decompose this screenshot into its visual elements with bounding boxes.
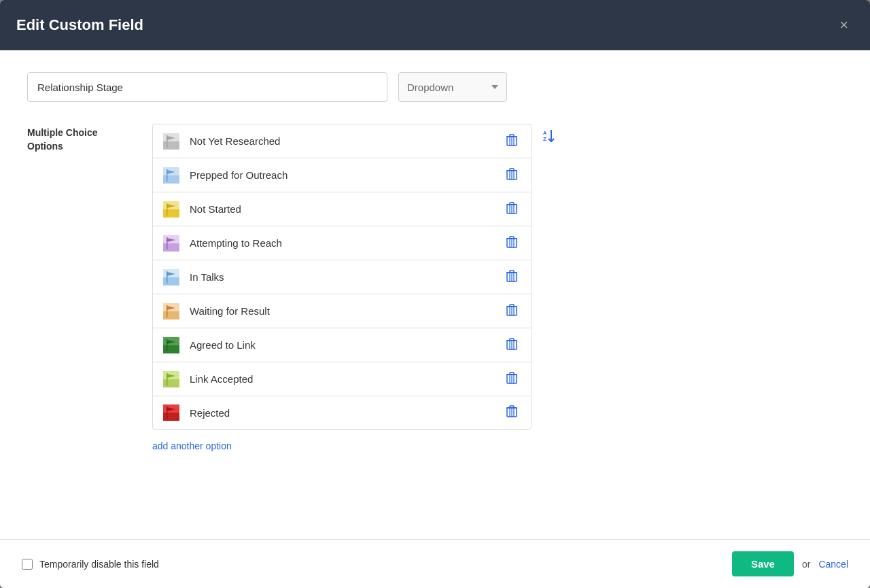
options-content: Not Yet Researched Prepped for Outreach [152, 124, 560, 452]
flag-icon [162, 370, 181, 389]
flag-icon [162, 234, 181, 253]
delete-option-button[interactable] [501, 199, 523, 220]
svg-text:A: A [543, 131, 546, 135]
flag-icon [162, 132, 181, 151]
flag-icon [162, 268, 181, 287]
field-type-select[interactable]: Dropdown [398, 72, 507, 102]
option-item: Rejected [152, 396, 532, 430]
option-icon [161, 165, 181, 186]
option-item: Waiting for Result [152, 294, 532, 328]
svg-rect-71 [167, 339, 168, 351]
trash-icon [506, 236, 517, 248]
flag-icon [162, 200, 181, 219]
options-label: Multiple Choice Options [27, 124, 136, 452]
svg-rect-93 [167, 407, 168, 419]
sort-az-button[interactable]: A Z [540, 125, 560, 145]
or-text: or [802, 559, 810, 570]
option-label: Rejected [190, 407, 501, 419]
add-option-link[interactable]: add another option [152, 440, 232, 451]
field-config-row: Dropdown [27, 72, 843, 102]
option-icon [161, 369, 181, 390]
option-label: Not Started [190, 203, 501, 215]
option-label: Link Accepted [190, 373, 501, 385]
sort-az-icon: A Z [542, 128, 557, 143]
option-icon [161, 199, 181, 220]
options-header: Not Yet Researched Prepped for Outreach [152, 124, 560, 430]
save-button[interactable]: Save [732, 551, 794, 576]
delete-option-button[interactable] [501, 301, 523, 322]
option-label: Attempting to Reach [190, 237, 501, 249]
svg-rect-60 [167, 305, 168, 317]
disable-field-checkbox[interactable] [22, 559, 33, 570]
field-name-input[interactable] [27, 72, 387, 102]
delete-option-button[interactable] [501, 402, 523, 423]
modal-title: Edit Custom Field [16, 16, 143, 34]
svg-rect-82 [167, 373, 168, 385]
modal-header: Edit Custom Field × [0, 0, 870, 50]
disable-field-row: Temporarily disable this field [22, 559, 159, 570]
delete-option-button[interactable] [501, 131, 523, 152]
option-item: Attempting to Reach [152, 226, 532, 260]
svg-rect-5 [167, 135, 168, 148]
option-label: Waiting for Result [190, 305, 501, 317]
trash-icon [506, 270, 517, 282]
trash-icon [506, 338, 517, 350]
cancel-link[interactable]: Cancel [818, 559, 848, 570]
option-icon [161, 402, 181, 423]
flag-icon [162, 336, 181, 355]
trash-icon [506, 405, 517, 417]
option-icon [161, 267, 181, 288]
close-button[interactable]: × [834, 15, 854, 35]
svg-text:Z: Z [543, 136, 546, 142]
delete-option-button[interactable] [501, 233, 523, 254]
option-item: Link Accepted [152, 362, 532, 396]
option-label: Not Yet Researched [190, 135, 501, 147]
delete-option-button[interactable] [501, 369, 523, 390]
trash-icon [506, 202, 517, 214]
flag-icon [162, 302, 181, 321]
options-list: Not Yet Researched Prepped for Outreach [152, 124, 532, 430]
delete-option-button[interactable] [501, 165, 523, 186]
trash-icon [506, 168, 517, 180]
svg-rect-27 [167, 203, 168, 215]
flag-icon [162, 166, 181, 185]
option-label: Prepped for Outreach [190, 169, 501, 181]
option-item: Agreed to Link [152, 328, 532, 362]
options-label-text: Multiple Choice Options [27, 127, 97, 152]
option-label: In Talks [190, 271, 501, 283]
delete-option-button[interactable] [501, 267, 523, 288]
svg-rect-49 [167, 271, 168, 283]
disable-field-label: Temporarily disable this field [39, 559, 159, 570]
delete-option-button[interactable] [501, 335, 523, 356]
option-label: Agreed to Link [190, 339, 501, 351]
trash-icon [506, 134, 517, 146]
trash-icon [506, 372, 517, 384]
svg-rect-38 [167, 237, 168, 249]
option-item: Not Started [152, 192, 532, 226]
option-item: Prepped for Outreach [152, 158, 532, 192]
option-item: In Talks [152, 260, 532, 294]
flag-icon [162, 403, 181, 422]
svg-rect-16 [167, 169, 168, 181]
options-section: Multiple Choice Options Not Yet Research… [27, 124, 843, 452]
option-icon [161, 131, 181, 152]
option-icon [161, 301, 181, 322]
trash-icon [506, 304, 517, 316]
option-icon [161, 335, 181, 356]
option-item: Not Yet Researched [152, 124, 532, 158]
edit-custom-field-modal: Edit Custom Field × Dropdown Multiple Ch… [0, 0, 870, 588]
option-icon [161, 233, 181, 254]
modal-body: Dropdown Multiple Choice Options [0, 50, 870, 539]
footer-actions: Save or Cancel [732, 551, 848, 576]
modal-footer: Temporarily disable this field Save or C… [0, 539, 870, 588]
